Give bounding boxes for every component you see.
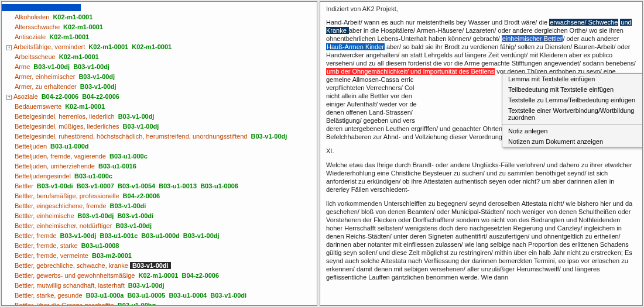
tree-item[interactable]: Bettler, berufsmäßige, professionelle B0… [4,191,317,201]
tree-item[interactable]: Bettelgesindel, herrenlos, liederlich B0… [4,112,317,122]
code-ref[interactable]: K02-m1-0001 [63,23,103,30]
code-ref[interactable]: B03-u1-0008 [81,242,119,249]
tree-item[interactable]: Bettler, fremde, vermeinte B03-m2-0001 [4,251,317,261]
tree-item[interactable]: Armer, einheimischer B03-v1-00dj [4,72,317,82]
tree-item[interactable]: Bettelgesindel, müßiges, liederliches B0… [4,122,317,132]
code-ref[interactable]: B03-u1-0006 [200,182,238,189]
code-ref[interactable]: B03-v1-00di [37,182,73,189]
code-ref[interactable]: K02-m1-0001 [53,13,93,20]
code-ref[interactable]: B03-u1-0005 [128,292,166,299]
tree-item[interactable]: Bettler, eingeschlichene, fremde B03-v1-… [4,201,317,211]
term-label: Bettler, einheimische [15,212,74,219]
context-menu-item[interactable]: Textstelle zu Lemma/Teilbedeutung einfüg… [502,95,643,105]
code-ref[interactable]: B03-v1-00di [110,202,146,209]
tree-item[interactable]: Alkoholisten K02-m1-0001 [4,12,317,22]
context-menu[interactable]: Lemma mit Textstelle einfügenTeilbedeutu… [502,73,643,147]
tree-item[interactable]: Arme B03-v1-00dj B03-v1-00dj [4,62,317,72]
code-ref[interactable]: B04-z2-0006 [42,93,79,100]
tree-item[interactable]: Bettler, über die Grenze geschaffte B03-… [4,301,317,306]
code-ref[interactable]: B03-v1-00dj [80,83,117,90]
code-ref[interactable]: B03-v1-00dj [128,282,165,289]
code-ref[interactable]: B03-u1-0004 [169,292,207,299]
text-run: einiger Aufenthalt/ weder vor de [326,101,417,108]
context-menu-item[interactable]: Textstelle einer Wortverbindung/Wortbild… [502,105,643,123]
term-label: Bettler, einheimischer, notdürftiger [15,222,112,229]
highlight-blue[interactable]: einheimischer Bettler [502,35,563,42]
code-ref[interactable]: B03-m2-0001 [92,252,132,259]
term-label: Altersschwache [15,23,60,30]
code-ref[interactable]: B04-z2-0006 [123,192,160,199]
context-menu-item[interactable]: Notizen zum Dokument anzeigen [502,136,643,147]
code-ref[interactable]: B03-v1-00dj [33,63,70,70]
tree-item[interactable]: Bettler, fremde B03-v1-00dj B03-u1-001c … [4,231,317,241]
code-ref[interactable]: K02-m1-0001 [59,53,99,60]
expand-icon[interactable]: + [6,95,12,100]
tree-item[interactable]: Armer, zu erhaltender B03-v1-00dj [4,82,317,92]
code-ref[interactable]: B03-v1-00dj [123,123,159,130]
code-ref[interactable]: B03-v1-00dj [115,222,152,229]
code-ref[interactable]: B03-v1-00dj [118,113,155,120]
code-ref[interactable]: B03-v1-00dj [183,232,220,239]
tree-item[interactable]: Bettler, einheimische B03-v1-00dj B03-v1… [4,211,317,221]
code-ref[interactable]: K02-m1-0001 [65,103,105,110]
code-ref[interactable]: B03-u1-0016 [98,163,136,170]
code-ref[interactable]: B03-u1-0013 [159,182,197,189]
tree-item[interactable]: Betteljuden, fremde, vagierende B03-u1-0… [4,151,317,161]
tree-item[interactable]: Bettler B03-v1-00di B03-v1-0007 B03-v1-0… [4,181,317,191]
tree-item[interactable]: Bettler, mutwillig schandhaft, lasterhaf… [4,281,317,291]
code-ref[interactable]: B03-u1-000d [141,232,179,239]
code-ref[interactable]: K02-m1-0001 [49,33,89,40]
term-label: Bettelgesindel, müßiges, liederliches [15,123,119,130]
term-label: Bettler, über die Grenze geschaffte [15,302,114,306]
tree-item[interactable]: Arbeitsscheue K02-m1-0001 [4,52,317,62]
context-menu-item[interactable]: Lemma mit Textstelle einfügen [502,74,643,84]
code-ref-selected[interactable]: B03-v1-00di [130,262,171,269]
code-ref[interactable]: B03-u1-000a [86,292,124,299]
code-ref[interactable]: K02-m1-0001 [88,43,128,50]
code-ref[interactable]: K02-m1-0001 [139,272,179,279]
code-ref[interactable]: B03-v1-00dj [78,73,115,80]
tree-item[interactable]: Altersschwache K02-m1-0001 [4,22,317,32]
tree-item[interactable]: Antisoziale K02-m1-0001 [4,32,317,42]
tree-item[interactable]: Bettler, einheimischer, notdürftiger B03… [4,221,317,231]
code-ref[interactable]: B03-v1-00dj [73,63,109,70]
document-text[interactable]: Hand-Arbeit/ wann es auch nur meistenthe… [326,18,636,281]
code-ref[interactable]: B03-u1-000c [109,153,148,160]
code-ref[interactable]: B03-v1-00dj [251,133,287,140]
code-ref[interactable]: B03-v1-0054 [118,182,155,189]
term-label: Antisoziale [15,33,46,40]
code-ref[interactable]: K02-m1-0001 [132,43,172,50]
code-ref[interactable]: B03-v1-00di [210,292,246,299]
tree-item[interactable]: Bettler, gewerbs- und gewohnheitsmäßige … [4,271,317,281]
highlight-red[interactable]: umb der Ohngemächlichkeit/ und Importuni… [326,68,495,75]
code-ref[interactable]: B04-z2-0006 [82,93,119,100]
context-menu-item[interactable]: Notiz anlegen [502,126,643,136]
code-ref[interactable]: B03-v1-00dj [78,212,114,219]
tree-item[interactable]: Betteljudengesindel B03-u1-000c [4,171,317,181]
code-ref[interactable]: B03-v1-00di [117,212,153,219]
tree-item[interactable]: Bettler, gebrechliche, schwache, kranke … [4,261,317,271]
highlight-darkblue[interactable]: erwachsene/ Schweche [549,19,618,26]
tree-item[interactable]: +Asoziale B04-z2-0006 B04-z2-0006 [4,92,317,102]
tree-item[interactable]: Bettelgesindel, ruhestörend, höchstschäd… [4,132,317,142]
code-ref[interactable]: B03-v1-00hg [118,302,156,306]
tree-item[interactable]: Betteljuden B03-u1-000d [4,142,317,151]
tree-item[interactable]: +Arbeitsfähige, vermindert K02-m1-0001 K… [4,42,317,52]
expand-icon[interactable]: + [6,45,12,50]
code-ref[interactable]: B03-v1-00dj [60,232,97,239]
highlight-blue[interactable]: Hauß-Armen Kinder [326,43,385,50]
tree-item[interactable]: Betteljuden, umherziehende B03-u1-0016 [4,161,317,171]
term-label: Bettler, gebrechliche, schwache, kranke [15,262,128,269]
code-ref[interactable]: B03-u1-000d [50,143,88,150]
tree-item[interactable]: Bettler, starke, gesunde B03-u1-000a B03… [4,291,317,301]
tree-item[interactable]: Bettler, fremde, starke B03-u1-0008 [4,241,317,251]
code-ref[interactable]: B04-z2-0006 [181,272,219,279]
index-tree-panel[interactable]: Alkoholisten K02-m1-0001Altersschwache K… [1,1,317,306]
document-panel[interactable]: Indiziert von AK2 Projekt, Hand-Arbeit/ … [320,1,643,306]
code-ref[interactable]: B03-u1-001c [100,232,138,239]
term-label: Arbeitsscheue [15,53,56,60]
code-ref[interactable]: B03-u1-000c [74,173,112,180]
context-menu-item[interactable]: Teilbedeutung mit Textstelle einfügen [502,84,643,95]
code-ref[interactable]: B03-v1-0007 [77,182,114,189]
tree-item[interactable]: Bedauernswerte K02-m1-0001 [4,102,317,112]
